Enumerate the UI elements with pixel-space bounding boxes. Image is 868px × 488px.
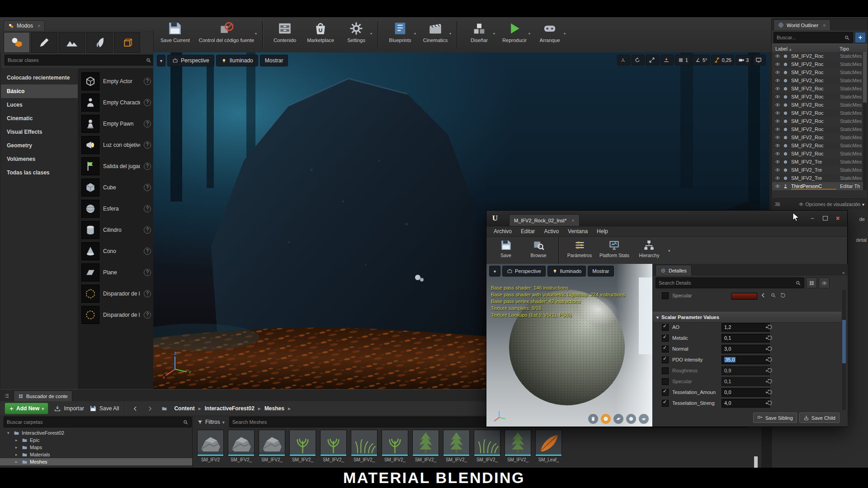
folder-tree-row[interactable]: Maps: [0, 444, 192, 451]
asset-tile[interactable]: SM_IFV2_: [320, 430, 347, 462]
material-instance-tab[interactable]: M_IFV2_Rock_02_Inst*: [509, 214, 580, 226]
scalar-parameter-row[interactable]: Tesselation_Streng 4,0: [653, 398, 841, 408]
minimize-icon[interactable]: [807, 214, 818, 222]
help-icon[interactable]: [144, 226, 151, 234]
dropdown-caret-icon[interactable]: [564, 32, 566, 36]
param-value-input[interactable]: 0,9: [722, 366, 770, 375]
viewport-setting-button[interactable]: 0,25: [711, 55, 734, 66]
reset-to-default-icon[interactable]: [767, 357, 773, 363]
outliner-row[interactable]: SM_IFV2_Tre StaticMes: [772, 166, 863, 174]
forward-button[interactable]: [145, 404, 154, 413]
param-checkbox[interactable]: [662, 346, 669, 352]
outliner-row-type[interactable]: StaticMes: [840, 175, 862, 181]
back-button[interactable]: [131, 404, 140, 413]
visibility-toggle-icon[interactable]: [774, 78, 782, 83]
help-icon[interactable]: [144, 141, 151, 149]
reset-to-default-icon[interactable]: [767, 400, 773, 406]
lit-mode-button[interactable]: Iluminado: [216, 55, 258, 66]
scalar-parameter-row[interactable]: PDO intensity 35,0: [653, 354, 841, 365]
add-new-button[interactable]: Add New: [5, 403, 48, 414]
path-picker-button[interactable]: [160, 404, 169, 413]
category-item[interactable]: Volúmenes: [1, 152, 78, 166]
asset-tile[interactable]: SM_Leaf_: [535, 430, 562, 462]
toolbar-button[interactable]: Reproducir: [497, 19, 532, 51]
outliner-row-type[interactable]: StaticMes: [840, 94, 862, 99]
help-icon[interactable]: [144, 290, 151, 297]
category-item[interactable]: Colocado recientemente: [1, 71, 78, 84]
viewport-setting-button[interactable]: [646, 55, 659, 66]
scalar-parameters-section-header[interactable]: Scalar Parameter Values: [653, 312, 841, 323]
toolbar-button[interactable]: Control del código fuente: [195, 19, 258, 51]
layout-icon[interactable]: [3, 392, 11, 400]
scalar-parameter-row[interactable]: Tesselation_Amoun 0,0: [653, 387, 841, 398]
color-swatch[interactable]: [731, 293, 757, 300]
help-icon[interactable]: [144, 248, 151, 255]
lit-mode-button[interactable]: Iluminado: [547, 266, 586, 277]
help-icon[interactable]: [144, 311, 151, 319]
toolbar-button[interactable]: Settings: [339, 19, 373, 51]
help-icon[interactable]: [144, 78, 151, 85]
preview-shape-button[interactable]: [613, 414, 623, 424]
scalar-parameter-row[interactable]: Normal 3,0: [653, 343, 841, 354]
scrollbar-thumb[interactable]: [863, 52, 867, 103]
visibility-toggle-icon[interactable]: [774, 127, 782, 132]
viewport-setting-button[interactable]: 5°: [692, 55, 710, 66]
menu-item[interactable]: Activo: [539, 228, 563, 235]
reset-to-default-icon[interactable]: [767, 324, 773, 330]
scrollbar-thumb[interactable]: [842, 320, 846, 363]
outliner-row[interactable]: SM_IFV2_Tre StaticMes: [772, 158, 863, 166]
param-checkbox[interactable]: [662, 324, 669, 331]
visibility-toggle-icon[interactable]: [774, 159, 782, 164]
reset-to-default-icon[interactable]: [767, 335, 773, 341]
mode-tab[interactable]: [31, 32, 57, 53]
outliner-row[interactable]: SM_IFV2_Roc StaticMes: [772, 101, 863, 109]
outliner-row[interactable]: SM_IFV2_Roc StaticMes: [772, 109, 863, 117]
param-checkbox[interactable]: [662, 400, 669, 407]
folder-tree-row[interactable]: Meshes: [0, 458, 192, 465]
breadcrumb-item[interactable]: InteractiveForest02: [205, 405, 264, 412]
content-browser-tab[interactable]: Buscador de conte: [14, 390, 72, 401]
help-icon[interactable]: [144, 163, 151, 170]
param-checkbox[interactable]: [662, 357, 669, 363]
outliner-row-type[interactable]: StaticMes: [840, 159, 862, 164]
asset-tile[interactable]: SM_IFV2_: [505, 430, 531, 462]
category-item[interactable]: Todas las clases: [1, 166, 78, 179]
material-toolbar-button[interactable]: Hierarchy: [633, 238, 665, 264]
class-search-input[interactable]: Buscar clases: [5, 55, 155, 66]
caret-down-icon[interactable]: [666, 249, 673, 253]
viewport-setting-button[interactable]: 1: [675, 55, 691, 66]
param-value-input[interactable]: 0,1: [722, 377, 770, 386]
mode-tab[interactable]: [114, 32, 140, 53]
arrow-left-icon[interactable]: [760, 292, 766, 298]
outliner-row-type[interactable]: StaticMes: [840, 78, 862, 83]
perspective-button[interactable]: Perspective: [502, 266, 545, 277]
dropdown-caret-icon[interactable]: [414, 32, 416, 36]
visibility-toggle-icon[interactable]: [774, 151, 782, 156]
visibility-toggle-icon[interactable]: [774, 167, 782, 173]
asset-tile[interactable]: SM_IFV2_: [228, 430, 255, 462]
visibility-toggle-icon[interactable]: [774, 175, 782, 181]
placeable-item[interactable]: Luz con objetivo: [78, 134, 153, 155]
close-icon[interactable]: [823, 23, 826, 28]
outliner-row-type[interactable]: StaticMes: [840, 167, 862, 173]
outliner-row[interactable]: SM_IFV2_Roc StaticMes: [772, 52, 863, 60]
viewport-setting-button[interactable]: [660, 55, 674, 66]
expander-arrow-icon[interactable]: [15, 460, 19, 464]
param-checkbox[interactable]: [662, 367, 669, 374]
viewport-setting-button[interactable]: [617, 55, 630, 66]
material-preview-viewport[interactable]: Base pass shader: 146 instructionsBase p…: [486, 264, 652, 427]
view-options-label[interactable]: Opciones de visualización: [806, 202, 860, 207]
material-toolbar-button[interactable]: Browse: [523, 238, 554, 264]
reset-to-default-icon[interactable]: [780, 292, 786, 298]
toolbar-button[interactable]: Cinematics: [418, 19, 453, 51]
visibility-toggle-icon[interactable]: [774, 135, 782, 140]
outliner-row-type[interactable]: StaticMes: [840, 118, 862, 124]
menu-item[interactable]: Ventana: [563, 228, 592, 235]
viewport-setting-button[interactable]: [753, 55, 766, 66]
outliner-scrollbar[interactable]: [863, 52, 867, 190]
visibility-toggle-icon[interactable]: [774, 143, 782, 148]
outliner-row-type[interactable]: StaticMes: [840, 110, 862, 116]
visibility-toggle-icon[interactable]: [774, 102, 782, 108]
outliner-row[interactable]: SM_IFV2_Roc StaticMes: [772, 93, 863, 101]
material-toolbar-button[interactable]: Platform Stats: [596, 238, 632, 264]
